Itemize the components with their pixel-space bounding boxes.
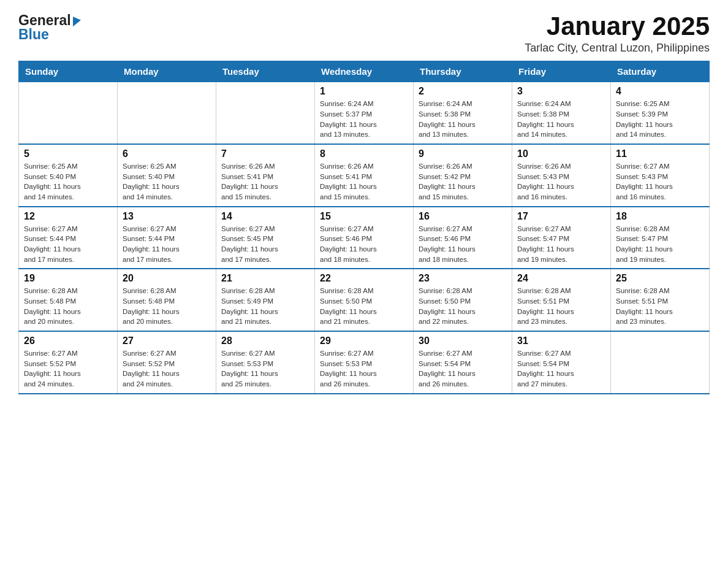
calendar-cell: [118, 82, 216, 144]
day-info: Sunrise: 6:28 AMSunset: 5:51 PMDaylight:…: [517, 286, 605, 327]
day-number: 31: [517, 335, 605, 347]
day-number: 23: [419, 273, 507, 284]
day-info: Sunrise: 6:28 AMSunset: 5:48 PMDaylight:…: [24, 286, 112, 327]
day-number: 28: [221, 335, 309, 347]
calendar-title: January 2025: [525, 12, 710, 40]
day-number: 21: [221, 273, 309, 284]
day-info: Sunrise: 6:25 AMSunset: 5:40 PMDaylight:…: [123, 161, 211, 202]
day-info: Sunrise: 6:27 AMSunset: 5:47 PMDaylight:…: [517, 224, 605, 265]
logo-blue-text: Blue: [18, 26, 81, 43]
title-block: January 2025 Tarlac City, Central Luzon,…: [525, 12, 710, 55]
day-info: Sunrise: 6:26 AMSunset: 5:41 PMDaylight:…: [221, 161, 309, 202]
day-info: Sunrise: 6:27 AMSunset: 5:52 PMDaylight:…: [123, 348, 211, 389]
calendar-cell: 13Sunrise: 6:27 AMSunset: 5:44 PMDayligh…: [118, 207, 216, 269]
calendar-cell: 27Sunrise: 6:27 AMSunset: 5:52 PMDayligh…: [118, 331, 216, 394]
day-number: 7: [221, 148, 309, 159]
calendar-week-row: 19Sunrise: 6:28 AMSunset: 5:48 PMDayligh…: [19, 269, 710, 331]
day-number: 15: [320, 211, 408, 222]
weekday-header-row: SundayMondayTuesdayWednesdayThursdayFrid…: [19, 61, 710, 82]
day-number: 30: [419, 335, 507, 347]
calendar-subtitle: Tarlac City, Central Luzon, Philippines: [525, 42, 710, 55]
calendar-cell: 30Sunrise: 6:27 AMSunset: 5:54 PMDayligh…: [414, 331, 512, 394]
calendar-cell: 4Sunrise: 6:25 AMSunset: 5:39 PMDaylight…: [611, 82, 710, 144]
calendar-week-row: 12Sunrise: 6:27 AMSunset: 5:44 PMDayligh…: [19, 207, 710, 269]
day-info: Sunrise: 6:27 AMSunset: 5:44 PMDaylight:…: [123, 224, 211, 265]
calendar-cell: 3Sunrise: 6:24 AMSunset: 5:38 PMDaylight…: [512, 82, 611, 144]
day-number: 17: [517, 211, 605, 222]
weekday-header-wednesday: Wednesday: [315, 61, 414, 82]
day-number: 8: [320, 148, 408, 159]
calendar-cell: [611, 331, 710, 394]
calendar-cell: 9Sunrise: 6:26 AMSunset: 5:42 PMDaylight…: [414, 144, 512, 207]
day-number: 14: [221, 211, 309, 222]
day-number: 26: [24, 335, 112, 347]
calendar-table: SundayMondayTuesdayWednesdayThursdayFrid…: [18, 61, 710, 394]
day-info: Sunrise: 6:27 AMSunset: 5:53 PMDaylight:…: [221, 348, 309, 389]
weekday-header-saturday: Saturday: [611, 61, 710, 82]
calendar-cell: 16Sunrise: 6:27 AMSunset: 5:46 PMDayligh…: [414, 207, 512, 269]
day-info: Sunrise: 6:25 AMSunset: 5:40 PMDaylight:…: [24, 161, 112, 202]
day-number: 27: [123, 335, 211, 347]
weekday-header-tuesday: Tuesday: [216, 61, 315, 82]
weekday-header-monday: Monday: [118, 61, 216, 82]
calendar-cell: 21Sunrise: 6:28 AMSunset: 5:49 PMDayligh…: [216, 269, 315, 331]
calendar-cell: 20Sunrise: 6:28 AMSunset: 5:48 PMDayligh…: [118, 269, 216, 331]
calendar-cell: 17Sunrise: 6:27 AMSunset: 5:47 PMDayligh…: [512, 207, 611, 269]
calendar-cell: 24Sunrise: 6:28 AMSunset: 5:51 PMDayligh…: [512, 269, 611, 331]
day-number: 24: [517, 273, 605, 284]
day-info: Sunrise: 6:26 AMSunset: 5:43 PMDaylight:…: [517, 161, 605, 202]
calendar-cell: 7Sunrise: 6:26 AMSunset: 5:41 PMDaylight…: [216, 144, 315, 207]
day-info: Sunrise: 6:24 AMSunset: 5:38 PMDaylight:…: [517, 99, 605, 140]
day-info: Sunrise: 6:28 AMSunset: 5:48 PMDaylight:…: [123, 286, 211, 327]
calendar-week-row: 26Sunrise: 6:27 AMSunset: 5:52 PMDayligh…: [19, 331, 710, 394]
weekday-header-thursday: Thursday: [414, 61, 512, 82]
calendar-week-row: 1Sunrise: 6:24 AMSunset: 5:37 PMDaylight…: [19, 82, 710, 144]
day-info: Sunrise: 6:27 AMSunset: 5:52 PMDaylight:…: [24, 348, 112, 389]
day-info: Sunrise: 6:24 AMSunset: 5:38 PMDaylight:…: [419, 99, 507, 140]
calendar-cell: [216, 82, 315, 144]
calendar-body: 1Sunrise: 6:24 AMSunset: 5:37 PMDaylight…: [19, 82, 710, 394]
day-number: 29: [320, 335, 408, 347]
day-info: Sunrise: 6:28 AMSunset: 5:50 PMDaylight:…: [419, 286, 507, 327]
calendar-cell: 12Sunrise: 6:27 AMSunset: 5:44 PMDayligh…: [19, 207, 118, 269]
day-info: Sunrise: 6:26 AMSunset: 5:41 PMDaylight:…: [320, 161, 408, 202]
day-number: 1: [320, 86, 408, 97]
calendar-cell: 29Sunrise: 6:27 AMSunset: 5:53 PMDayligh…: [315, 331, 414, 394]
day-number: 22: [320, 273, 408, 284]
calendar-week-row: 5Sunrise: 6:25 AMSunset: 5:40 PMDaylight…: [19, 144, 710, 207]
day-info: Sunrise: 6:28 AMSunset: 5:47 PMDaylight:…: [616, 224, 704, 265]
weekday-header-sunday: Sunday: [19, 61, 118, 82]
calendar-cell: 15Sunrise: 6:27 AMSunset: 5:46 PMDayligh…: [315, 207, 414, 269]
day-info: Sunrise: 6:25 AMSunset: 5:39 PMDaylight:…: [616, 99, 704, 140]
calendar-cell: 11Sunrise: 6:27 AMSunset: 5:43 PMDayligh…: [611, 144, 710, 207]
day-number: 18: [616, 211, 704, 222]
calendar-cell: 2Sunrise: 6:24 AMSunset: 5:38 PMDaylight…: [414, 82, 512, 144]
day-info: Sunrise: 6:27 AMSunset: 5:43 PMDaylight:…: [616, 161, 704, 202]
calendar-cell: 18Sunrise: 6:28 AMSunset: 5:47 PMDayligh…: [611, 207, 710, 269]
day-info: Sunrise: 6:24 AMSunset: 5:37 PMDaylight:…: [320, 99, 408, 140]
day-number: 5: [24, 148, 112, 159]
day-info: Sunrise: 6:27 AMSunset: 5:54 PMDaylight:…: [419, 348, 507, 389]
day-number: 4: [616, 86, 704, 97]
day-info: Sunrise: 6:27 AMSunset: 5:46 PMDaylight:…: [419, 224, 507, 265]
calendar-cell: 8Sunrise: 6:26 AMSunset: 5:41 PMDaylight…: [315, 144, 414, 207]
page-header: General Blue January 2025 Tarlac City, C…: [18, 12, 710, 55]
weekday-header-friday: Friday: [512, 61, 611, 82]
day-number: 11: [616, 148, 704, 159]
calendar-cell: 26Sunrise: 6:27 AMSunset: 5:52 PMDayligh…: [19, 331, 118, 394]
day-info: Sunrise: 6:26 AMSunset: 5:42 PMDaylight:…: [419, 161, 507, 202]
day-number: 13: [123, 211, 211, 222]
calendar-cell: 25Sunrise: 6:28 AMSunset: 5:51 PMDayligh…: [611, 269, 710, 331]
calendar-cell: 14Sunrise: 6:27 AMSunset: 5:45 PMDayligh…: [216, 207, 315, 269]
day-number: 3: [517, 86, 605, 97]
day-number: 12: [24, 211, 112, 222]
day-number: 19: [24, 273, 112, 284]
calendar-cell: 1Sunrise: 6:24 AMSunset: 5:37 PMDaylight…: [315, 82, 414, 144]
day-info: Sunrise: 6:27 AMSunset: 5:46 PMDaylight:…: [320, 224, 408, 265]
day-number: 16: [419, 211, 507, 222]
day-info: Sunrise: 6:27 AMSunset: 5:53 PMDaylight:…: [320, 348, 408, 389]
day-info: Sunrise: 6:27 AMSunset: 5:45 PMDaylight:…: [221, 224, 309, 265]
day-info: Sunrise: 6:28 AMSunset: 5:51 PMDaylight:…: [616, 286, 704, 327]
calendar-cell: 22Sunrise: 6:28 AMSunset: 5:50 PMDayligh…: [315, 269, 414, 331]
day-number: 6: [123, 148, 211, 159]
